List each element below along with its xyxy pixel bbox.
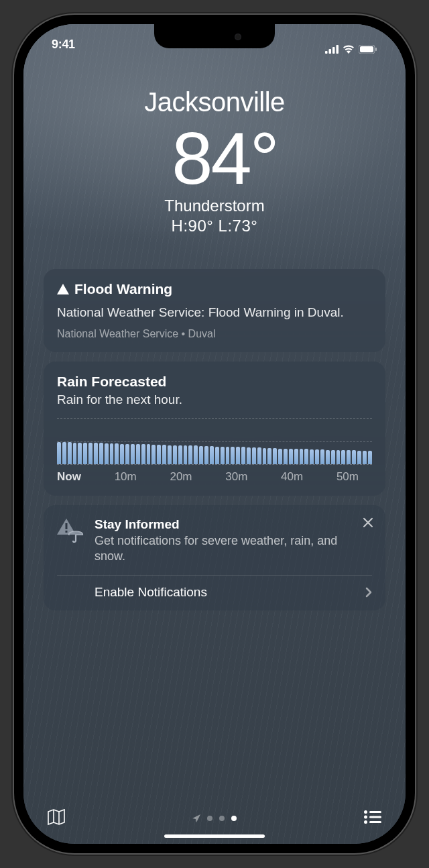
wifi-icon — [343, 45, 355, 54]
rain-axis-label: 10m — [115, 470, 137, 484]
svg-point-13 — [364, 820, 367, 824]
alert-card[interactable]: Flood Warning National Weather Service: … — [44, 269, 385, 352]
rain-bar — [278, 449, 282, 464]
screen: 9:41 — [23, 24, 406, 844]
rain-bar — [88, 443, 93, 464]
rain-bar — [331, 450, 335, 464]
notify-action-label: Enable Notifications — [95, 585, 207, 600]
chevron-right-icon — [365, 587, 372, 598]
device-frame: 9:41 — [14, 15, 415, 853]
notify-body: Get notifications for severe weather, ra… — [95, 533, 352, 565]
rain-axis-label: 30m — [225, 470, 247, 484]
rain-bar — [125, 444, 129, 464]
rain-axis-label: 50m — [336, 470, 359, 484]
rain-bar — [289, 449, 293, 464]
rain-bar — [210, 446, 214, 464]
svg-rect-1 — [329, 49, 332, 54]
rain-bar — [273, 448, 277, 464]
notify-text: Stay Informed Get notifications for seve… — [95, 517, 372, 565]
rain-bar — [326, 450, 330, 464]
rain-bar — [257, 447, 261, 464]
rain-bar — [94, 443, 98, 464]
rain-bar — [136, 444, 140, 464]
rain-axis-label: 20m — [170, 470, 192, 484]
rain-bar — [294, 449, 298, 464]
rain-bars — [57, 419, 372, 464]
rain-bar — [162, 445, 166, 464]
rain-bar — [341, 450, 345, 464]
map-icon — [48, 809, 65, 825]
map-button[interactable] — [48, 809, 65, 828]
rain-bar — [188, 445, 192, 464]
rain-bar — [357, 451, 361, 464]
list-icon — [364, 810, 381, 824]
notch — [154, 24, 275, 48]
hero-section: Jacksonville 84° Thunderstorm H:90° L:73… — [44, 87, 385, 235]
rain-bar — [215, 447, 219, 464]
current-temperature: 84° — [44, 121, 385, 195]
rain-forecast-card[interactable]: Rain Forecasted Rain for the next hour. … — [44, 362, 385, 496]
condition-label: Thunderstorm — [44, 197, 385, 215]
rain-axis-label: 40m — [281, 470, 303, 484]
svg-rect-2 — [332, 47, 335, 54]
battery-icon — [359, 45, 377, 54]
svg-point-9 — [364, 810, 367, 814]
rain-bar — [141, 444, 145, 464]
page-dot-active — [231, 816, 237, 821]
svg-rect-3 — [336, 45, 339, 54]
rain-bar — [221, 447, 225, 464]
rain-bar — [267, 448, 271, 464]
svg-rect-8 — [66, 531, 68, 533]
page-dot — [207, 816, 212, 821]
rain-bar — [68, 442, 72, 464]
rain-bar — [168, 445, 172, 464]
alert-umbrella-icon — [57, 519, 84, 543]
home-indicator[interactable] — [164, 834, 265, 838]
rain-bar — [310, 449, 314, 464]
svg-rect-10 — [369, 811, 381, 813]
warning-icon — [57, 284, 69, 295]
rain-bar — [120, 444, 124, 464]
rain-bar — [83, 443, 87, 464]
rain-bar — [363, 451, 367, 464]
close-icon — [363, 517, 373, 528]
rain-bar — [131, 444, 135, 464]
rain-axis-label: Now — [57, 470, 81, 484]
notify-title: Stay Informed — [95, 517, 352, 532]
svg-point-11 — [364, 816, 367, 819]
svg-rect-14 — [369, 821, 381, 823]
page-indicator[interactable] — [192, 814, 237, 822]
rain-axis: Now10m20m30m40m50m — [57, 470, 372, 484]
alert-meta: National Weather Service • Duval — [57, 328, 372, 340]
rain-bar — [315, 449, 319, 464]
rain-bar — [241, 447, 245, 464]
rain-bar — [252, 447, 256, 464]
rain-title: Rain Forecasted — [57, 374, 372, 390]
rain-subtitle: Rain for the next hour. — [57, 392, 372, 407]
rain-bar — [194, 445, 198, 464]
rain-bar — [157, 445, 161, 464]
rain-bar — [226, 447, 230, 464]
notify-icon-wrap — [57, 517, 84, 565]
enable-notifications-button[interactable]: Enable Notifications — [57, 576, 372, 600]
rain-bar — [368, 451, 372, 464]
svg-rect-12 — [369, 816, 381, 818]
rain-bar — [105, 443, 109, 464]
svg-rect-5 — [360, 46, 373, 52]
rain-bar — [231, 447, 235, 464]
notification-prompt-card: Stay Informed Get notifications for seve… — [44, 505, 385, 611]
rain-bar — [284, 449, 288, 464]
close-button[interactable] — [363, 516, 373, 531]
rain-bar — [78, 443, 82, 464]
rain-chart — [57, 418, 372, 465]
rain-bar — [147, 444, 151, 464]
rain-bar — [184, 445, 188, 464]
svg-rect-0 — [325, 51, 328, 54]
rain-bar — [151, 445, 156, 464]
page-dot — [219, 816, 225, 821]
location-arrow-icon — [192, 814, 200, 822]
locations-list-button[interactable] — [364, 810, 381, 826]
toolbar — [23, 804, 406, 844]
rain-bar — [320, 449, 324, 464]
rain-bar — [263, 448, 267, 464]
